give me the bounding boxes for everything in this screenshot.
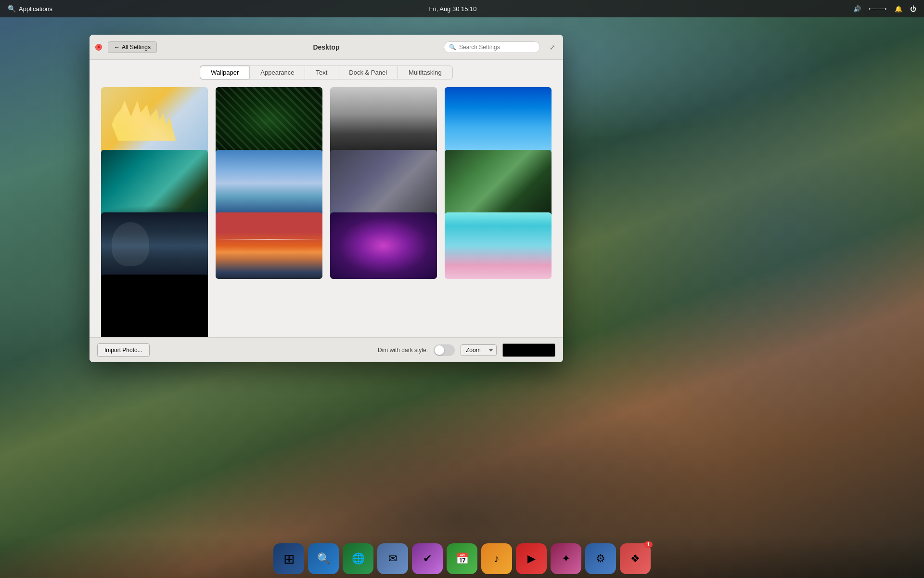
dock-item-search[interactable]: 🔍 bbox=[308, 543, 339, 574]
wallpaper-item[interactable] bbox=[330, 87, 437, 154]
tab-wallpaper[interactable]: Wallpaper bbox=[200, 66, 249, 79]
tabs-bar: Wallpaper Appearance Text Dock & Panel M… bbox=[90, 60, 563, 79]
datetime-label: Fri, Aug 30 15:10 bbox=[429, 5, 477, 13]
wallpaper-item[interactable] bbox=[445, 150, 552, 217]
tab-dock-panel[interactable]: Dock & Panel bbox=[338, 66, 398, 79]
window-titlebar: × ← All Settings Desktop 🔍 ⤢ bbox=[90, 35, 563, 60]
settings-window: × ← All Settings Desktop 🔍 ⤢ Wallpaper A… bbox=[90, 35, 563, 362]
wallpaper-item[interactable] bbox=[101, 87, 208, 154]
network-icon[interactable]: ⟵⟶ bbox=[869, 5, 887, 13]
wallpaper-item[interactable] bbox=[101, 150, 208, 217]
close-button[interactable]: × bbox=[95, 44, 102, 51]
wallpaper-item[interactable] bbox=[330, 150, 437, 217]
back-arrow-icon: ← bbox=[114, 44, 120, 51]
wallpaper-item[interactable] bbox=[445, 87, 552, 154]
taskbar: 🔍 Applications Fri, Aug 30 15:10 🔊 ⟵⟶ 🔔 … bbox=[0, 0, 924, 17]
taskbar-left: 🔍 Applications bbox=[8, 5, 52, 13]
dock-item-calendar[interactable]: 📅 bbox=[447, 543, 477, 574]
dock-item-settings2[interactable]: ⚙ bbox=[585, 543, 616, 574]
back-button[interactable]: ← All Settings bbox=[108, 41, 157, 53]
volume-icon[interactable]: 🔊 bbox=[853, 5, 861, 13]
dock: ⊞ 🔍 🌐 ✉ ✔ 📅 ♪ ▶ ✦ ⚙ ❖ 1 bbox=[0, 535, 924, 578]
wallpaper-item[interactable] bbox=[101, 212, 208, 279]
maximize-button[interactable]: ⤢ bbox=[548, 42, 557, 52]
back-button-label: All Settings bbox=[122, 44, 151, 51]
tab-appearance[interactable]: Appearance bbox=[249, 66, 305, 79]
wallpaper-grid bbox=[90, 79, 563, 337]
dock-item-creative[interactable]: ✦ bbox=[551, 543, 581, 574]
wallpaper-item[interactable] bbox=[216, 212, 322, 279]
footer-right: Dim with dark style: Zoom Fit Stretch Ce… bbox=[378, 343, 555, 357]
search-input[interactable] bbox=[459, 44, 526, 51]
color-swatch[interactable] bbox=[502, 343, 555, 357]
tab-text[interactable]: Text bbox=[305, 66, 338, 79]
taskbar-right: 🔊 ⟵⟶ 🔔 ⏻ bbox=[853, 5, 916, 13]
window-footer: Import Photo... Dim with dark style: Zoo… bbox=[90, 337, 563, 362]
tab-multitasking[interactable]: Multitasking bbox=[398, 66, 453, 79]
notification-icon[interactable]: 🔔 bbox=[895, 5, 902, 13]
dock-item-video[interactable]: ▶ bbox=[516, 543, 547, 574]
dock-item-music[interactable]: ♪ bbox=[481, 543, 512, 574]
dock-item-appstore[interactable]: ❖ 1 bbox=[620, 543, 651, 574]
power-icon[interactable]: ⏻ bbox=[910, 5, 916, 13]
wallpaper-item[interactable] bbox=[445, 212, 552, 279]
search-icon: 🔍 bbox=[8, 5, 16, 13]
dock-item-mail[interactable]: ✉ bbox=[377, 543, 408, 574]
dock-item-browser[interactable]: 🌐 bbox=[343, 543, 373, 574]
zoom-select[interactable]: Zoom Fit Stretch Center bbox=[461, 344, 497, 356]
wallpaper-item[interactable] bbox=[101, 275, 208, 337]
dim-label: Dim with dark style: bbox=[378, 347, 428, 354]
dock-item-multitasking[interactable]: ⊞ bbox=[273, 543, 304, 574]
wallpaper-item[interactable] bbox=[330, 212, 437, 279]
dim-toggle[interactable] bbox=[434, 344, 455, 356]
applications-label[interactable]: Applications bbox=[19, 5, 52, 13]
dock-badge-appstore: 1 bbox=[644, 541, 653, 548]
window-title: Desktop bbox=[313, 43, 339, 51]
import-photo-button[interactable]: Import Photo... bbox=[97, 343, 150, 357]
wallpaper-item[interactable] bbox=[216, 87, 322, 154]
search-box: 🔍 bbox=[444, 41, 540, 53]
taskbar-center: Fri, Aug 30 15:10 bbox=[429, 5, 477, 13]
wallpaper-item[interactable] bbox=[216, 150, 322, 217]
search-box-icon: 🔍 bbox=[449, 44, 456, 51]
dock-item-tasks[interactable]: ✔ bbox=[412, 543, 443, 574]
